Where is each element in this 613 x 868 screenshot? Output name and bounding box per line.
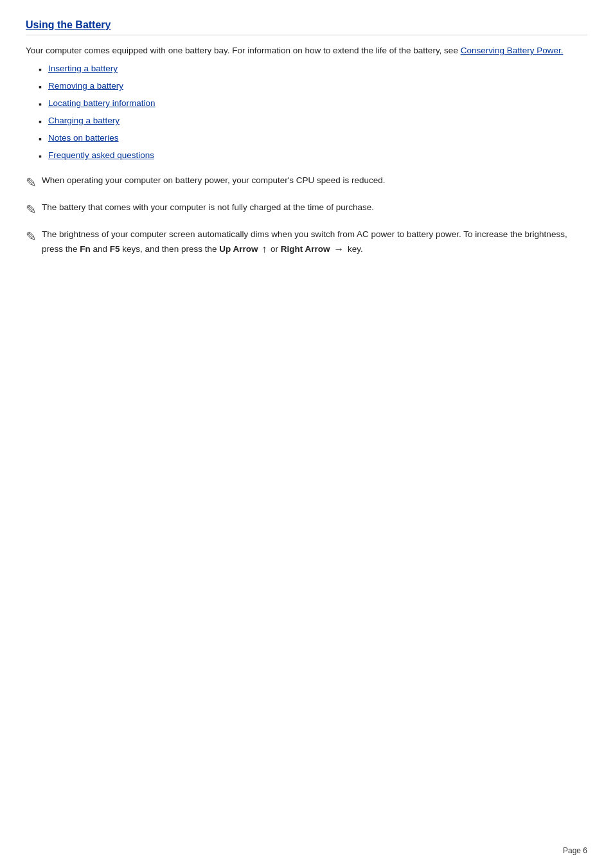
list-item: Charging a battery (39, 116, 587, 127)
note-icon-3: ✎ (26, 227, 37, 246)
topic-list: Inserting a battery Removing a battery L… (39, 64, 587, 161)
locating-battery-link[interactable]: Locating battery information (48, 98, 155, 108)
list-item: Locating battery information (39, 98, 587, 109)
intro-paragraph: Your computer comes equipped with one ba… (26, 44, 587, 57)
note-text-2: The battery that comes with your compute… (42, 201, 374, 214)
right-arrow-icon: → (333, 242, 344, 257)
note3-up-arrow-label: Up Arrow (219, 244, 258, 253)
page-title: Using the Battery (26, 19, 587, 35)
note3-text-mid2: keys, and then press the (120, 244, 220, 253)
intro-text: Your computer comes equipped with one ba… (26, 46, 458, 55)
note-icon-1: ✎ (26, 173, 37, 192)
note3-fn: Fn (80, 244, 91, 253)
note-block-2: ✎ The battery that comes with your compu… (26, 201, 587, 219)
note-text-1: When operating your computer on battery … (42, 174, 386, 187)
inserting-battery-link[interactable]: Inserting a battery (48, 64, 118, 73)
list-item: Removing a battery (39, 81, 587, 92)
notes-batteries-link[interactable]: Notes on batteries (48, 133, 119, 143)
note3-right-arrow-label: Right Arrow (281, 244, 330, 253)
note-block-1: ✎ When operating your computer on batter… (26, 174, 587, 192)
list-item: Inserting a battery (39, 64, 587, 75)
note3-text-end: key. (345, 244, 363, 253)
up-arrow-icon: ↑ (262, 242, 267, 257)
note-icon-2: ✎ (26, 200, 37, 219)
faq-link[interactable]: Frequently asked questions (48, 150, 154, 160)
conserving-battery-link[interactable]: Conserving Battery Power. (461, 46, 564, 55)
charging-battery-link[interactable]: Charging a battery (48, 116, 120, 125)
note3-f5: F5 (110, 244, 120, 253)
list-item: Frequently asked questions (39, 150, 587, 161)
note-block-3: ✎ The brightness of your computer screen… (26, 228, 587, 256)
page-container: Using the Battery Your computer comes eq… (0, 0, 613, 305)
note-text-3: The brightness of your computer screen a… (42, 228, 587, 256)
list-item: Notes on batteries (39, 133, 587, 144)
page-footer: Page 6 (563, 846, 587, 855)
note3-text-mid3: or (268, 244, 281, 253)
removing-battery-link[interactable]: Removing a battery (48, 81, 123, 91)
note3-and: and (91, 244, 110, 253)
